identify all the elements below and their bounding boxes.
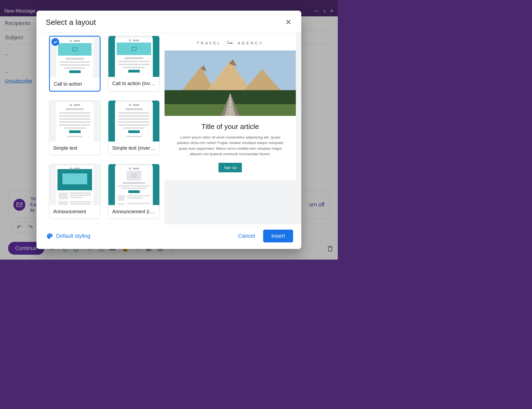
layout-card-announcement-inverted[interactable]: Announcement (in…	[108, 164, 160, 219]
layout-card-call-to-action[interactable]: Call to action	[49, 36, 101, 92]
preview-hero-image	[165, 50, 296, 116]
layouts-panel: Call to action	[37, 33, 165, 224]
modal-title: Select a layout	[46, 18, 96, 27]
selected-check-icon	[51, 38, 59, 46]
preview-logo: TRAVEL AGENCY	[197, 33, 264, 50]
palette-icon	[46, 233, 53, 239]
layout-label: Simple text (invert…	[108, 142, 159, 155]
preview-title: Title of your article	[201, 122, 259, 131]
layout-label: Call to action	[50, 77, 100, 91]
layout-picker-modal: Select a layout ✕	[37, 11, 301, 249]
plane-icon	[223, 40, 235, 46]
layout-card-call-to-action-inverted[interactable]: Call to action (inve…	[108, 36, 160, 92]
close-modal-icon[interactable]: ✕	[285, 18, 291, 27]
layout-label: Call to action (inve…	[108, 77, 159, 90]
layout-label: Announcement	[49, 205, 100, 218]
layout-card-announcement[interactable]: Announcement	[49, 164, 101, 219]
layout-label: Simple text	[49, 142, 100, 155]
cancel-button[interactable]: Cancel	[234, 230, 259, 242]
layout-card-simple-text[interactable]: Simple text	[49, 100, 101, 155]
modal-overlay: Select a layout ✕	[0, 0, 338, 260]
layout-card-simple-text-inverted[interactable]: Simple text (invert…	[108, 100, 160, 155]
preview-paragraph: Lorem ipsum dolor sit amet consectetur a…	[174, 135, 287, 157]
preview-signup-button[interactable]: Sign Up	[218, 163, 242, 172]
insert-button[interactable]: Insert	[263, 230, 293, 242]
preview-panel: TRAVEL AGENCY	[165, 33, 301, 224]
default-styling-button[interactable]: Default styling	[46, 233, 90, 239]
layout-label: Announcement (in…	[108, 205, 159, 218]
